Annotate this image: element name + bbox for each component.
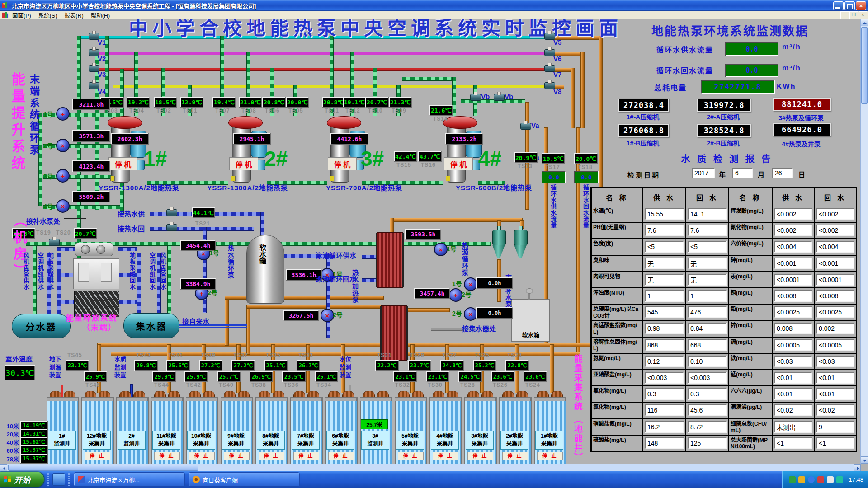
table-value-field[interactable]: 9 — [816, 421, 854, 433]
heat-pump-unit[interactable] — [327, 116, 366, 182]
start-button[interactable]: 开始 — [0, 472, 44, 487]
table-value-field[interactable]: <0.001 — [816, 258, 854, 269]
table-value-field[interactable]: 14 .1 — [688, 208, 727, 220]
table-value-field[interactable]: 45.6 — [688, 404, 727, 416]
table-value-field[interactable]: <0.0025 — [816, 306, 854, 318]
mdi-close-button[interactable]: × — [859, 11, 867, 19]
table-value-field[interactable]: <0.001 — [774, 258, 812, 269]
valve-icon[interactable] — [49, 239, 60, 246]
table-value-field[interactable]: 无 — [645, 274, 684, 286]
tray-security-icon[interactable] — [817, 476, 824, 483]
table-value-field[interactable]: <0.002 — [816, 208, 854, 220]
tray-messenger-icon[interactable] — [798, 476, 805, 483]
table-value-field[interactable]: 868 — [645, 339, 684, 351]
table-value-field[interactable]: 0.10 — [688, 356, 727, 367]
tray-antivirus-icon[interactable] — [789, 476, 796, 483]
table-value-field[interactable]: <0.01 — [774, 388, 812, 400]
scroll-down-button[interactable] — [861, 456, 868, 464]
close-button[interactable]: × — [856, 1, 866, 10]
heat-pump-unit[interactable] — [108, 116, 146, 182]
table-value-field[interactable]: <5 — [688, 241, 727, 253]
table-value-field[interactable]: 0.12 — [645, 356, 684, 367]
table-value-field[interactable]: 0.3 — [688, 388, 727, 400]
valve-icon[interactable] — [166, 224, 177, 231]
pump-icon[interactable]: × — [56, 139, 70, 152]
scroll-left-button[interactable] — [0, 464, 7, 471]
restore-button[interactable] — [844, 1, 855, 10]
table-value-field[interactable]: 16.2 — [645, 421, 684, 433]
report-year-field[interactable]: 2017 — [692, 168, 715, 178]
table-value-field[interactable]: 0.008 — [774, 323, 812, 334]
table-value-field[interactable]: <0.002 — [774, 208, 812, 220]
table-value-field[interactable]: <0.01 — [774, 372, 812, 384]
valve-icon[interactable] — [166, 209, 177, 216]
title-bar[interactable]: 北京市海淀区万柳地区中小学合校地能热泵中央空调系统工程 - [恒有源科技发展集团… — [0, 0, 868, 11]
tray-network-icon[interactable] — [808, 476, 815, 483]
table-value-field[interactable]: 无 — [688, 274, 727, 286]
table-value-field[interactable]: <0.03 — [816, 356, 854, 367]
table-value-field[interactable]: 476 — [688, 306, 727, 318]
table-value-field[interactable]: 545 — [645, 306, 684, 318]
table-value-field[interactable]: <0.03 — [774, 356, 812, 367]
table-value-field[interactable]: <0.0005 — [816, 339, 854, 351]
table-value-field[interactable]: <0.01 — [816, 372, 854, 384]
table-value-field[interactable]: 8.72 — [688, 421, 727, 433]
table-value-field[interactable]: <0.0001 — [816, 274, 854, 286]
taskbar-button-sunflower[interactable]: 向日葵客户端 — [189, 472, 300, 487]
tray-update-icon[interactable] — [836, 476, 843, 483]
table-value-field[interactable]: <0.003 — [645, 372, 684, 384]
report-day-field[interactable]: 26 — [772, 168, 793, 178]
table-value-field[interactable]: 未测出 — [774, 421, 812, 433]
table-value-field[interactable]: 148 — [645, 437, 684, 449]
pump-icon[interactable]: × — [56, 199, 70, 213]
table-value-field[interactable]: <0.02 — [816, 404, 854, 416]
table-value-field[interactable]: <0.0025 — [774, 306, 812, 318]
minimize-button[interactable] — [833, 1, 844, 10]
report-month-field[interactable]: 6 — [732, 168, 753, 178]
menu-item-picture[interactable]: 画面(P) — [9, 11, 35, 19]
valve-vb-icon[interactable] — [470, 94, 481, 101]
tray-volume-icon[interactable] — [827, 476, 834, 483]
table-value-field[interactable]: 0.3 — [645, 388, 684, 400]
table-value-field[interactable]: 125 — [688, 437, 727, 449]
table-value-field[interactable]: 15.55 — [645, 208, 684, 220]
valve-va-icon[interactable] — [520, 123, 531, 130]
table-value-field[interactable]: 0.002 — [816, 323, 854, 334]
table-value-field[interactable]: 116 — [645, 404, 684, 416]
horizontal-scroll-thumb[interactable] — [8, 465, 198, 471]
pump-icon[interactable]: × — [434, 243, 448, 256]
table-value-field[interactable]: <0.01 — [816, 388, 854, 400]
table-value-field[interactable]: 无 — [688, 258, 727, 269]
table-value-field[interactable]: <0.002 — [774, 225, 812, 236]
table-value-field[interactable]: 1 — [645, 290, 684, 302]
vertical-scroll-thumb[interactable] — [861, 27, 868, 104]
table-value-field[interactable]: <0.003 — [688, 372, 727, 384]
table-value-field[interactable]: <0.004 — [816, 241, 854, 253]
table-value-field[interactable]: <0.02 — [774, 404, 812, 416]
table-value-field[interactable]: 1 — [688, 290, 727, 302]
pump-icon[interactable]: + — [56, 169, 70, 183]
table-value-field[interactable]: <5 — [645, 241, 684, 253]
table-value-field[interactable]: 0.98 — [645, 323, 684, 334]
table-value-field[interactable]: 无 — [645, 258, 684, 269]
table-value-field[interactable]: <0.002 — [816, 225, 854, 236]
pump-icon[interactable]: × — [464, 307, 477, 321]
horizontal-scrollbar[interactable] — [0, 464, 861, 471]
valve-vb-icon[interactable] — [494, 94, 505, 101]
table-value-field[interactable]: <1 — [774, 437, 812, 449]
table-value-field[interactable]: 668 — [688, 339, 727, 351]
menu-item-system[interactable]: 系统(S) — [35, 11, 61, 19]
pump-icon[interactable]: + — [56, 107, 70, 121]
quick-launch-icon[interactable] — [52, 473, 65, 486]
table-value-field[interactable]: <0.0005 — [774, 339, 812, 351]
heat-pump-unit[interactable] — [443, 116, 482, 182]
table-value-field[interactable]: 7.6 — [688, 225, 727, 236]
pump-icon[interactable]: × — [321, 309, 334, 322]
table-value-field[interactable]: 0.84 — [688, 323, 727, 334]
table-value-field[interactable]: <0.004 — [774, 241, 812, 253]
heat-pump-unit[interactable] — [228, 116, 267, 182]
scroll-right-button[interactable] — [854, 464, 861, 471]
mdi-restore-button[interactable]: ❒ — [849, 11, 858, 19]
menu-item-help[interactable]: 帮助(H) — [87, 11, 113, 19]
mdi-minimize-button[interactable]: – — [840, 11, 849, 19]
